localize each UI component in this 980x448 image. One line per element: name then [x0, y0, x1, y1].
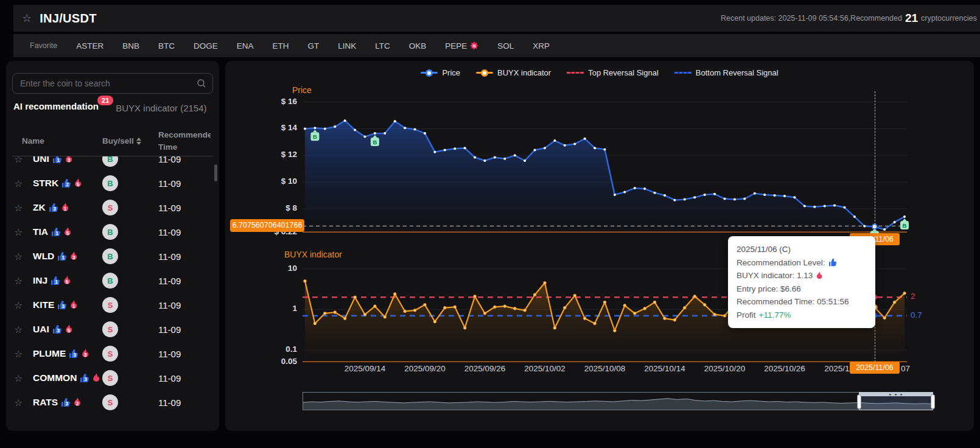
coin-row-plume[interactable]: ☆PLUME33S11-09: [6, 341, 219, 366]
tab-ai-recommendation[interactable]: AI recommendation: [13, 101, 99, 111]
buyx-point: [453, 306, 457, 309]
price-point: [754, 192, 756, 195]
svg-text:3: 3: [53, 206, 56, 212]
thumbs-up-icon: [828, 258, 838, 267]
price-point: [503, 158, 506, 160]
legend-bottom-reversal[interactable]: Bottom Reversal Signal: [674, 68, 779, 77]
buyx-point: [883, 317, 886, 320]
chart-legend: Price BUYX indicator Top Reversal Signal…: [225, 68, 974, 77]
signal-badge: S: [102, 346, 118, 362]
coin-list: ☆UNI13B11-09☆STRK25B11-09☆ZK31S11-09☆TIA…: [6, 156, 219, 429]
tab-okb[interactable]: OKB: [409, 41, 427, 51]
buyx-point: [494, 306, 497, 309]
coin-name: KITE: [33, 299, 54, 310]
price-ytick: $ 10: [250, 177, 297, 186]
coin-row-zk[interactable]: ☆ZK31S11-09: [6, 195, 219, 220]
price-point: [623, 191, 626, 194]
buyx-ytick: 0.05: [250, 357, 297, 366]
search-input[interactable]: [13, 74, 212, 93]
price-point: [344, 119, 346, 122]
price-point: [684, 198, 686, 201]
coin-name: STRK: [33, 178, 58, 189]
navigator-grip[interactable]: ● ● ●: [859, 392, 933, 396]
price-point: [364, 136, 366, 138]
price-line-marker: [421, 72, 438, 74]
coin-row-rats[interactable]: ☆RATS32S11-09: [6, 390, 219, 415]
coin-row-common[interactable]: ☆COMMON3S11-09: [6, 366, 219, 390]
buyx-point: [363, 313, 366, 316]
favorite-star-icon[interactable]: ☆: [14, 226, 23, 238]
svg-text:N: N: [473, 44, 476, 48]
tab-favorite[interactable]: Favorite: [30, 41, 57, 50]
svg-text:3: 3: [67, 157, 70, 163]
favorite-star-icon[interactable]: ☆: [14, 178, 23, 189]
tab-aster[interactable]: ASTER: [76, 41, 103, 51]
favorite-star-icon[interactable]: ☆: [14, 397, 23, 408]
coin-row-wld[interactable]: ☆WLD13B11-09: [6, 244, 219, 268]
buyx-ytick: 0.1: [250, 345, 297, 354]
list-scrollbar[interactable]: [214, 164, 217, 181]
navigator-left-handle[interactable]: [857, 394, 861, 409]
tab-sol[interactable]: SOL: [497, 41, 514, 51]
favorite-star-icon[interactable]: ☆: [22, 12, 32, 25]
xaxis-label: 2025/10/20: [696, 364, 754, 373]
navigator-svg[interactable]: [303, 392, 933, 410]
coin-row-kite[interactable]: ☆KITE31S11-09: [6, 293, 219, 317]
tab-gt[interactable]: GT: [307, 41, 319, 51]
favorite-star-icon[interactable]: ☆: [14, 373, 23, 384]
coin-row-uni[interactable]: ☆UNI13B11-09: [6, 156, 219, 171]
xaxis-label: 2025/10/26: [755, 364, 814, 373]
price-point: [444, 149, 446, 152]
tab-link[interactable]: LINK: [338, 41, 356, 51]
recommended-time: 11-09: [158, 203, 181, 213]
top-reversal-marker: [567, 72, 584, 74]
tab-bnb[interactable]: BNB: [122, 41, 139, 51]
coin-name: UNI: [33, 156, 49, 164]
favorite-star-icon[interactable]: ☆: [14, 348, 23, 360]
favorite-star-icon[interactable]: ☆: [14, 275, 23, 287]
tab-xrp[interactable]: XRP: [533, 41, 550, 51]
column-buysell[interactable]: Buy/sell: [102, 136, 141, 145]
legend-top-reversal[interactable]: Top Reversal Signal: [567, 68, 659, 77]
coin-row-inj[interactable]: ☆INJ15B11-09: [6, 268, 219, 293]
buyx-point: [374, 305, 377, 308]
price-point: [863, 225, 866, 228]
favorite-star-icon[interactable]: ☆: [14, 324, 23, 335]
buyx-point: [684, 306, 687, 309]
navigator-selection[interactable]: ● ● ●: [859, 392, 933, 410]
column-recommended-time: Recommended Time: [158, 129, 211, 156]
thumbs-up-badge: 3: [52, 324, 63, 334]
price-ytick: $ 8: [250, 203, 297, 212]
legend-price[interactable]: Price: [421, 68, 460, 77]
favorite-star-icon[interactable]: ☆: [14, 251, 23, 262]
fire-badge: 5: [65, 324, 73, 334]
tab-ltc[interactable]: LTC: [375, 41, 390, 51]
chart-panel: Price BUYX indicator Top Reversal Signal…: [225, 61, 974, 431]
tab-buyx-indicator[interactable]: BUYX indicator (2154): [116, 103, 206, 113]
price-point: [774, 194, 776, 197]
price-point: [564, 144, 566, 147]
price-point: [383, 132, 386, 135]
tab-pepe[interactable]: PEPEN: [445, 41, 478, 51]
tooltip-time: Recommended Time: 05:51:56: [737, 295, 867, 309]
tab-btc[interactable]: BTC: [158, 41, 175, 51]
coin-row-uai[interactable]: ☆UAI35S11-09: [6, 317, 219, 341]
legend-buyx[interactable]: BUYX indicator: [476, 68, 551, 77]
tab-doge[interactable]: DOGE: [194, 41, 218, 51]
price-point: [523, 159, 526, 162]
coin-row-strk[interactable]: ☆STRK25B11-09: [6, 171, 219, 195]
favorite-star-icon[interactable]: ☆: [14, 299, 23, 311]
xaxis-label: 2025/09/20: [396, 364, 454, 373]
coin-name: PLUME: [33, 348, 66, 359]
svg-text:3: 3: [84, 376, 87, 382]
buyx-point: [893, 301, 896, 304]
coin-row-tia[interactable]: ☆TIA15B11-09: [6, 220, 219, 244]
navigator-right-handle[interactable]: [931, 394, 935, 409]
tab-eth[interactable]: ETH: [272, 41, 289, 51]
price-point: [573, 143, 576, 145]
favorite-star-icon[interactable]: ☆: [14, 156, 23, 165]
xaxis-partial-label: 07: [901, 364, 910, 373]
price-chart-svg[interactable]: BBBB: [303, 91, 907, 233]
tab-ena[interactable]: ENA: [237, 41, 254, 51]
favorite-star-icon[interactable]: ☆: [14, 202, 23, 214]
